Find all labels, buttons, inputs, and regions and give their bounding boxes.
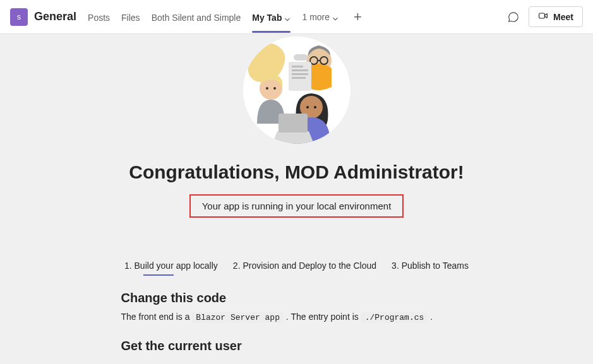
text-fragment: . The entry point is — [286, 312, 361, 322]
tab-my-tab[interactable]: My Tab — [252, 3, 291, 32]
section-current-user: Get the current user — [121, 339, 472, 360]
chat-icon[interactable] — [507, 11, 520, 23]
team-avatar[interactable]: s — [10, 8, 28, 26]
steps-nav: 1. Build your app locally 2. Provision a… — [124, 261, 469, 271]
svg-rect-9 — [292, 69, 308, 71]
section-change-code: Change this code The front end is a Blaz… — [121, 291, 472, 322]
text-fragment: . — [430, 312, 433, 322]
code-chip-app-type: Blazor Server app — [192, 312, 284, 323]
step-provision-deploy[interactable]: 2. Provision and Deploy to the Cloud — [233, 261, 376, 271]
tab-both-silent-and-simple[interactable]: Both Silent and Simple — [152, 3, 241, 32]
svg-rect-11 — [292, 77, 306, 79]
tab-my-tab-label: My Tab — [252, 13, 282, 23]
svg-rect-8 — [292, 66, 303, 68]
step-build-locally[interactable]: 1. Build your app locally — [124, 261, 218, 271]
svg-point-18 — [314, 106, 316, 109]
code-chip-entry-point: ./Program.cs — [361, 312, 428, 323]
svg-point-14 — [266, 87, 268, 90]
congrats-heading: Congratulations, MOD Administrator! — [129, 161, 464, 183]
more-tabs-label: 1 more — [302, 12, 330, 22]
svg-rect-10 — [292, 73, 308, 75]
section-heading: Change this code — [121, 291, 472, 305]
hero-illustration — [243, 37, 350, 144]
tab-content: Congratulations, MOD Administrator! Your… — [0, 34, 593, 364]
top-bar: s General Posts Files Both Silent and Si… — [0, 0, 593, 34]
svg-rect-0 — [539, 13, 545, 18]
video-icon — [538, 11, 548, 23]
step-publish-teams[interactable]: 3. Publish to Teams — [392, 261, 469, 271]
channel-name[interactable]: General — [34, 10, 76, 23]
tab-strip: Posts Files Both Silent and Simple My Ta… — [88, 3, 362, 32]
meet-button[interactable]: Meet — [529, 6, 583, 27]
section-text: The front end is a Blazor Server app . T… — [121, 312, 472, 322]
tab-posts[interactable]: Posts — [88, 3, 110, 32]
topbar-actions: Meet — [507, 6, 583, 27]
more-tabs-dropdown[interactable]: 1 more — [302, 12, 338, 22]
text-fragment: The front end is a — [121, 312, 193, 322]
meet-button-label: Meet — [553, 12, 573, 22]
section-heading: Get the current user — [121, 339, 472, 353]
svg-rect-19 — [279, 114, 308, 132]
tab-files[interactable]: Files — [121, 3, 140, 32]
svg-point-15 — [273, 87, 276, 90]
environment-banner: Your app is running in your local enviro… — [189, 194, 404, 218]
add-tab-button[interactable]: + — [354, 10, 362, 24]
chevron-down-icon — [332, 14, 338, 20]
svg-point-17 — [306, 106, 309, 109]
svg-rect-12 — [294, 54, 308, 61]
chevron-down-icon — [284, 15, 291, 21]
